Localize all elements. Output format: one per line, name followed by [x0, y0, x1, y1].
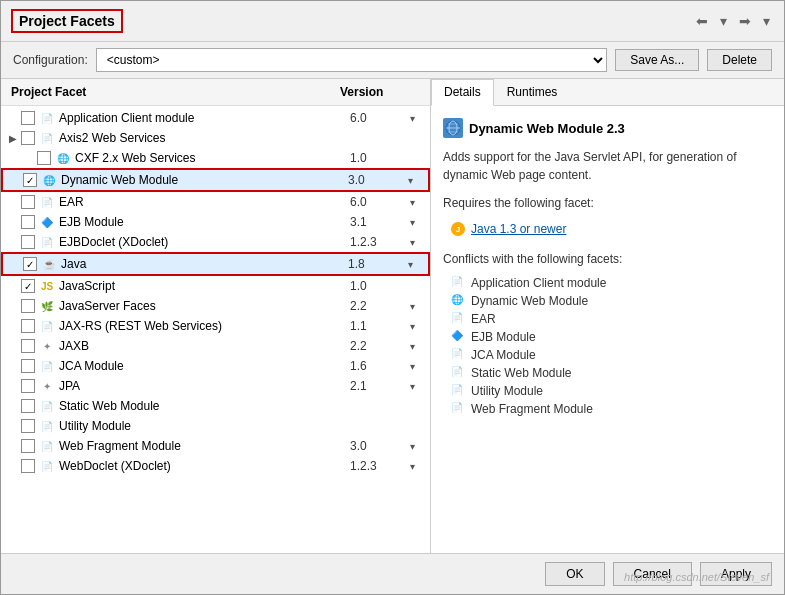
- save-as-button[interactable]: Save As...: [615, 49, 699, 71]
- version-dropdown[interactable]: ▾: [410, 461, 426, 472]
- delete-button[interactable]: Delete: [707, 49, 772, 71]
- item-name: Application Client module: [59, 111, 350, 125]
- required-facet-link[interactable]: J Java 1.3 or newer: [443, 218, 772, 240]
- version-dropdown[interactable]: ▾: [408, 175, 424, 186]
- item-name: EJBDoclet (XDoclet): [59, 235, 350, 249]
- facet-item-ejbdoclet[interactable]: 📄 EJBDoclet (XDoclet) 1.2.3 ▾: [1, 232, 430, 252]
- checkbox-jaxrs[interactable]: [21, 319, 35, 333]
- conflict-name: Web Fragment Module: [471, 402, 593, 416]
- version-dropdown[interactable]: ▾: [410, 321, 426, 332]
- facet-item-jca[interactable]: 📄 JCA Module 1.6 ▾: [1, 356, 430, 376]
- facet-item-jaxb[interactable]: ✦ JAXB 2.2 ▾: [1, 336, 430, 356]
- java-icon: ☕: [41, 256, 57, 272]
- checkbox-web-fragment[interactable]: [21, 439, 35, 453]
- checkbox-webdoclet[interactable]: [21, 459, 35, 473]
- checkbox-cxf[interactable]: [37, 151, 51, 165]
- checkbox-dynamic-web[interactable]: [23, 173, 37, 187]
- expand-icon: [9, 281, 21, 292]
- forward-button[interactable]: ➡: [735, 11, 755, 31]
- dropdown-button[interactable]: ▾: [716, 11, 731, 31]
- checkbox-javascript[interactable]: [21, 279, 35, 293]
- item-version: 1.0: [350, 279, 410, 293]
- item-name: JPA: [59, 379, 350, 393]
- ok-button[interactable]: OK: [545, 562, 604, 586]
- facet-item-java[interactable]: ☕ Java 1.8 ▾: [1, 252, 430, 276]
- checkbox-axis2[interactable]: [21, 131, 35, 145]
- facet-item-webdoclet[interactable]: 📄 WebDoclet (XDoclet) 1.2.3 ▾: [1, 456, 430, 476]
- back-button[interactable]: ⬅: [692, 11, 712, 31]
- item-version: 1.0: [350, 151, 410, 165]
- page-icon: 📄: [39, 318, 55, 334]
- version-dropdown[interactable]: ▾: [410, 361, 426, 372]
- checkbox-utility[interactable]: [21, 419, 35, 433]
- version-dropdown[interactable]: ▾: [410, 441, 426, 452]
- conflict-item-ear: 📄 EAR: [443, 310, 772, 328]
- left-panel: Project Facet Version 📄 Application Clie…: [1, 79, 431, 553]
- item-version: 2.2: [350, 299, 410, 313]
- facet-item-jpa[interactable]: ✦ JPA 2.1 ▾: [1, 376, 430, 396]
- facet-item-utility[interactable]: 📄 Utility Module: [1, 416, 430, 436]
- page-icon: 📄: [39, 110, 55, 126]
- version-dropdown[interactable]: ▾: [410, 197, 426, 208]
- item-version: 2.2: [350, 339, 410, 353]
- item-name: JavaServer Faces: [59, 299, 350, 313]
- java-icon: J: [451, 222, 465, 236]
- watermark: http://blog.csdn.net/Steven_sf: [624, 571, 769, 583]
- conflict-item-app-client: 📄 Application Client module: [443, 274, 772, 292]
- facet-item-jsf[interactable]: 🌿 JavaServer Faces 2.2 ▾: [1, 296, 430, 316]
- version-dropdown[interactable]: ▾: [410, 381, 426, 392]
- checkbox-static-web[interactable]: [21, 399, 35, 413]
- checkbox-ear[interactable]: [21, 195, 35, 209]
- checkbox-jsf[interactable]: [21, 299, 35, 313]
- item-name: CXF 2.x Web Services: [75, 151, 350, 165]
- conflict-item-static-web: 📄 Static Web Module: [443, 364, 772, 382]
- facet-item-jaxrs[interactable]: 📄 JAX-RS (REST Web Services) 1.1 ▾: [1, 316, 430, 336]
- version-dropdown: [410, 153, 426, 164]
- expand-icon: [11, 259, 23, 270]
- tab-runtimes[interactable]: Runtimes: [494, 79, 571, 105]
- conflict-name: Static Web Module: [471, 366, 572, 380]
- item-version: 1.2.3: [350, 459, 410, 473]
- expand-icon: [9, 113, 21, 124]
- checkbox-java[interactable]: [23, 257, 37, 271]
- expand-icon: [9, 361, 21, 372]
- version-dropdown[interactable]: ▾: [410, 113, 426, 124]
- conflict-globe-icon: 🌐: [451, 294, 465, 308]
- title-bar-left: Project Facets: [11, 9, 123, 33]
- version-dropdown[interactable]: ▾: [410, 237, 426, 248]
- facet-item-dynamic-web[interactable]: 🌐 Dynamic Web Module 3.0 ▾: [1, 168, 430, 192]
- config-select[interactable]: <custom>: [96, 48, 608, 72]
- conflicts-label: Conflicts with the following facets:: [443, 252, 772, 266]
- checkbox-app-client[interactable]: [21, 111, 35, 125]
- version-dropdown[interactable]: ▾: [410, 301, 426, 312]
- tab-details[interactable]: Details: [431, 79, 494, 106]
- checkbox-jca[interactable]: [21, 359, 35, 373]
- facet-item-axis2[interactable]: ▶ 📄 Axis2 Web Services: [1, 128, 430, 148]
- facet-item-ear[interactable]: 📄 EAR 6.0 ▾: [1, 192, 430, 212]
- facet-item-web-fragment[interactable]: 📄 Web Fragment Module 3.0 ▾: [1, 436, 430, 456]
- checkbox-ejb[interactable]: [21, 215, 35, 229]
- facet-list: 📄 Application Client module 6.0 ▾ ▶ 📄 Ax…: [1, 106, 430, 553]
- page-icon: 📄: [39, 418, 55, 434]
- conflict-item-utility: 📄 Utility Module: [443, 382, 772, 400]
- version-dropdown[interactable]: ▾: [408, 259, 424, 270]
- main-content: Project Facet Version 📄 Application Clie…: [1, 79, 784, 553]
- version-dropdown[interactable]: ▾: [410, 217, 426, 228]
- page-icon: 📄: [39, 358, 55, 374]
- facet-item-javascript[interactable]: JS JavaScript 1.0: [1, 276, 430, 296]
- facet-item-cxf[interactable]: 🌐 CXF 2.x Web Services 1.0: [1, 148, 430, 168]
- facet-item-ejb[interactable]: 🔷 EJB Module 3.1 ▾: [1, 212, 430, 232]
- item-version: 1.6: [350, 359, 410, 373]
- title-bar: Project Facets ⬅ ▾ ➡ ▾: [1, 1, 784, 42]
- item-version: 3.0: [350, 439, 410, 453]
- plus-icon: ✦: [39, 378, 55, 394]
- facet-item-static-web[interactable]: 📄 Static Web Module: [1, 396, 430, 416]
- plus-icon: ✦: [39, 338, 55, 354]
- checkbox-ejbdoclet[interactable]: [21, 235, 35, 249]
- facet-item-app-client[interactable]: 📄 Application Client module 6.0 ▾: [1, 108, 430, 128]
- version-dropdown: [410, 281, 426, 292]
- version-dropdown[interactable]: ▾: [410, 341, 426, 352]
- more-button[interactable]: ▾: [759, 11, 774, 31]
- checkbox-jpa[interactable]: [21, 379, 35, 393]
- checkbox-jaxb[interactable]: [21, 339, 35, 353]
